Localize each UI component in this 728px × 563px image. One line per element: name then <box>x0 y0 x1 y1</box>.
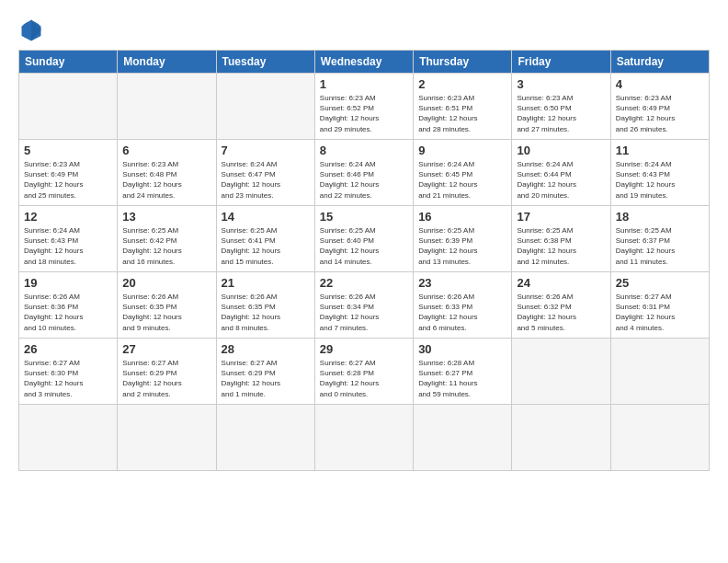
weekday-monday: Monday <box>118 51 216 74</box>
calendar-cell: 18Sunrise: 6:25 AM Sunset: 6:37 PM Dayli… <box>610 206 709 272</box>
calendar-cell <box>118 405 216 471</box>
day-number: 30 <box>418 342 506 356</box>
day-number: 22 <box>320 276 408 290</box>
day-number: 23 <box>418 276 506 290</box>
calendar-cell <box>118 74 216 140</box>
day-number: 13 <box>122 210 210 224</box>
calendar-row: 1Sunrise: 6:23 AM Sunset: 6:52 PM Daylig… <box>19 74 710 140</box>
day-info: Sunrise: 6:24 AM Sunset: 6:46 PM Dayligh… <box>320 159 408 201</box>
day-info: Sunrise: 6:27 AM Sunset: 6:31 PM Dayligh… <box>616 292 704 333</box>
day-info: Sunrise: 6:25 AM Sunset: 6:42 PM Dayligh… <box>122 225 210 267</box>
day-info: Sunrise: 6:26 AM Sunset: 6:34 PM Dayligh… <box>320 292 408 333</box>
calendar-cell: 22Sunrise: 6:26 AM Sunset: 6:34 PM Dayli… <box>314 272 413 339</box>
calendar-cell: 26Sunrise: 6:27 AM Sunset: 6:30 PM Dayli… <box>19 339 118 405</box>
calendar-cell: 23Sunrise: 6:26 AM Sunset: 6:33 PM Dayli… <box>414 272 512 339</box>
calendar-cell: 27Sunrise: 6:27 AM Sunset: 6:29 PM Dayli… <box>118 339 216 405</box>
calendar-cell: 15Sunrise: 6:25 AM Sunset: 6:40 PM Dayli… <box>314 206 413 272</box>
day-number: 16 <box>418 210 506 224</box>
calendar-cell: 20Sunrise: 6:26 AM Sunset: 6:35 PM Dayli… <box>118 272 216 339</box>
day-info: Sunrise: 6:25 AM Sunset: 6:39 PM Dayligh… <box>418 225 506 267</box>
calendar-cell: 8Sunrise: 6:24 AM Sunset: 6:46 PM Daylig… <box>314 140 413 206</box>
weekday-sunday: Sunday <box>19 51 118 74</box>
day-number: 12 <box>24 210 112 224</box>
calendar-cell: 25Sunrise: 6:27 AM Sunset: 6:31 PM Dayli… <box>610 272 709 339</box>
calendar-cell: 21Sunrise: 6:26 AM Sunset: 6:35 PM Dayli… <box>216 272 314 339</box>
weekday-friday: Friday <box>512 51 610 74</box>
day-number: 15 <box>320 210 408 224</box>
calendar-cell: 12Sunrise: 6:24 AM Sunset: 6:43 PM Dayli… <box>19 206 118 272</box>
logo <box>18 17 50 42</box>
day-info: Sunrise: 6:24 AM Sunset: 6:43 PM Dayligh… <box>24 225 112 267</box>
day-number: 3 <box>517 77 605 91</box>
calendar-cell: 11Sunrise: 6:24 AM Sunset: 6:43 PM Dayli… <box>610 140 709 206</box>
day-info: Sunrise: 6:25 AM Sunset: 6:40 PM Dayligh… <box>320 225 408 267</box>
day-number: 26 <box>24 342 112 356</box>
calendar-row: 12Sunrise: 6:24 AM Sunset: 6:43 PM Dayli… <box>19 206 710 272</box>
calendar-row: 5Sunrise: 6:23 AM Sunset: 6:49 PM Daylig… <box>19 140 710 206</box>
calendar-cell: 3Sunrise: 6:23 AM Sunset: 6:50 PM Daylig… <box>512 74 610 140</box>
day-info: Sunrise: 6:26 AM Sunset: 6:33 PM Dayligh… <box>418 292 506 333</box>
day-number: 28 <box>222 342 310 356</box>
day-info: Sunrise: 6:27 AM Sunset: 6:30 PM Dayligh… <box>24 358 112 399</box>
calendar-cell: 2Sunrise: 6:23 AM Sunset: 6:51 PM Daylig… <box>414 74 512 140</box>
calendar-cell: 14Sunrise: 6:25 AM Sunset: 6:41 PM Dayli… <box>216 206 314 272</box>
calendar-cell: 24Sunrise: 6:26 AM Sunset: 6:32 PM Dayli… <box>512 272 610 339</box>
calendar-cell: 17Sunrise: 6:25 AM Sunset: 6:38 PM Dayli… <box>512 206 610 272</box>
day-number: 1 <box>320 77 408 91</box>
calendar-cell <box>512 405 610 471</box>
day-info: Sunrise: 6:23 AM Sunset: 6:51 PM Dayligh… <box>418 93 506 134</box>
day-info: Sunrise: 6:25 AM Sunset: 6:38 PM Dayligh… <box>517 225 605 267</box>
day-number: 29 <box>320 342 408 356</box>
calendar-cell: 7Sunrise: 6:24 AM Sunset: 6:47 PM Daylig… <box>216 140 314 206</box>
day-info: Sunrise: 6:23 AM Sunset: 6:50 PM Dayligh… <box>517 93 605 134</box>
day-number: 18 <box>616 210 704 224</box>
day-number: 24 <box>517 276 605 290</box>
page: SundayMondayTuesdayWednesdayThursdayFrid… <box>0 0 728 563</box>
day-number: 8 <box>320 144 408 157</box>
logo-icon <box>18 17 44 42</box>
day-info: Sunrise: 6:23 AM Sunset: 6:48 PM Dayligh… <box>122 159 210 201</box>
day-info: Sunrise: 6:27 AM Sunset: 6:28 PM Dayligh… <box>320 358 408 399</box>
day-number: 10 <box>517 144 605 157</box>
calendar-cell: 6Sunrise: 6:23 AM Sunset: 6:48 PM Daylig… <box>118 140 216 206</box>
calendar-cell <box>314 405 413 471</box>
calendar-cell: 10Sunrise: 6:24 AM Sunset: 6:44 PM Dayli… <box>512 140 610 206</box>
day-number: 6 <box>122 144 210 157</box>
calendar-cell <box>216 74 314 140</box>
calendar-table: SundayMondayTuesdayWednesdayThursdayFrid… <box>18 50 710 471</box>
day-number: 19 <box>24 276 112 290</box>
calendar-cell: 16Sunrise: 6:25 AM Sunset: 6:39 PM Dayli… <box>414 206 512 272</box>
calendar-cell: 28Sunrise: 6:27 AM Sunset: 6:29 PM Dayli… <box>216 339 314 405</box>
calendar-cell: 29Sunrise: 6:27 AM Sunset: 6:28 PM Dayli… <box>314 339 413 405</box>
day-info: Sunrise: 6:26 AM Sunset: 6:35 PM Dayligh… <box>122 292 210 333</box>
day-number: 25 <box>616 276 704 290</box>
header <box>18 17 710 42</box>
calendar-cell: 30Sunrise: 6:28 AM Sunset: 6:27 PM Dayli… <box>414 339 512 405</box>
day-info: Sunrise: 6:24 AM Sunset: 6:47 PM Dayligh… <box>222 159 310 201</box>
day-info: Sunrise: 6:27 AM Sunset: 6:29 PM Dayligh… <box>222 358 310 399</box>
day-number: 7 <box>222 144 310 157</box>
day-info: Sunrise: 6:23 AM Sunset: 6:49 PM Dayligh… <box>24 159 112 201</box>
day-info: Sunrise: 6:24 AM Sunset: 6:43 PM Dayligh… <box>616 159 704 201</box>
calendar-cell <box>19 405 118 471</box>
day-info: Sunrise: 6:26 AM Sunset: 6:32 PM Dayligh… <box>517 292 605 333</box>
day-number: 27 <box>122 342 210 356</box>
calendar-cell <box>512 339 610 405</box>
calendar-cell <box>610 339 709 405</box>
day-info: Sunrise: 6:23 AM Sunset: 6:49 PM Dayligh… <box>616 93 704 134</box>
day-info: Sunrise: 6:25 AM Sunset: 6:37 PM Dayligh… <box>616 225 704 267</box>
calendar-row: 19Sunrise: 6:26 AM Sunset: 6:36 PM Dayli… <box>19 272 710 339</box>
day-number: 21 <box>222 276 310 290</box>
calendar-row <box>19 405 710 471</box>
calendar-cell <box>216 405 314 471</box>
weekday-wednesday: Wednesday <box>314 51 413 74</box>
day-info: Sunrise: 6:23 AM Sunset: 6:52 PM Dayligh… <box>320 93 408 134</box>
weekday-tuesday: Tuesday <box>216 51 314 74</box>
day-number: 5 <box>24 144 112 157</box>
calendar-cell <box>414 405 512 471</box>
day-info: Sunrise: 6:24 AM Sunset: 6:45 PM Dayligh… <box>418 159 506 201</box>
calendar-cell <box>19 74 118 140</box>
day-number: 14 <box>222 210 310 224</box>
day-number: 9 <box>418 144 506 157</box>
calendar-cell: 1Sunrise: 6:23 AM Sunset: 6:52 PM Daylig… <box>314 74 413 140</box>
